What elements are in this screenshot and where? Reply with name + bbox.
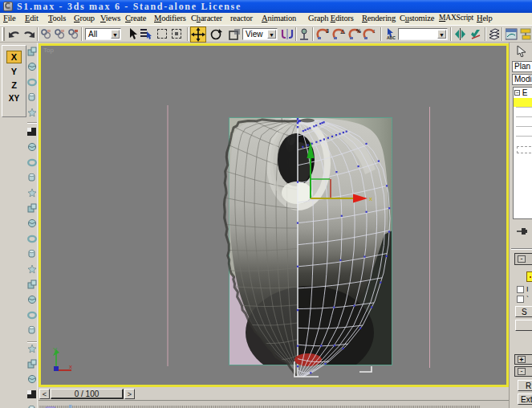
svg-text:x: x — [69, 363, 72, 370]
svg-text:Top: Top — [43, 47, 54, 54]
svg-text:x: x — [369, 195, 372, 202]
svg-text:Y: Y — [53, 346, 58, 353]
